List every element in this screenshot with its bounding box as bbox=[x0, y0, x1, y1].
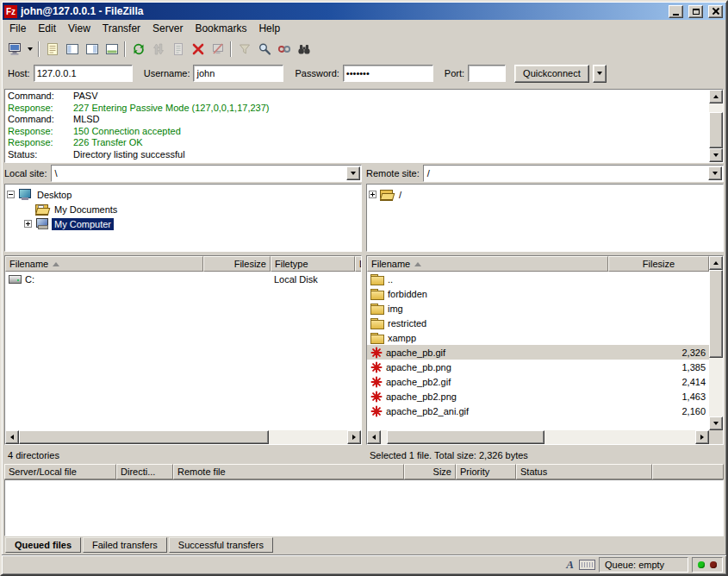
log-line: Response: 226 Transfer OK bbox=[8, 137, 709, 149]
remote-vscrollbar[interactable] bbox=[709, 256, 723, 430]
menu-bookmarks[interactable]: Bookmarks bbox=[189, 21, 252, 36]
toolbar-separator bbox=[124, 41, 126, 57]
synchronized-browsing-button[interactable] bbox=[274, 40, 294, 59]
scroll-track[interactable] bbox=[709, 103, 723, 148]
scroll-right-button[interactable] bbox=[347, 430, 361, 444]
menu-view[interactable]: View bbox=[62, 21, 96, 36]
file-row[interactable]: xampp bbox=[367, 330, 709, 345]
column-direction[interactable]: Directi... bbox=[116, 464, 173, 479]
minimize-button[interactable] bbox=[669, 5, 683, 18]
column-status[interactable]: Status bbox=[516, 464, 652, 479]
filter-button[interactable] bbox=[234, 40, 254, 59]
menu-help[interactable]: Help bbox=[252, 21, 286, 36]
file-row[interactable]: .. bbox=[367, 272, 709, 286]
port-input[interactable] bbox=[468, 65, 506, 82]
column-server-local-file[interactable]: Server/Local file bbox=[4, 464, 116, 479]
local-site-label: Local site: bbox=[4, 168, 47, 178]
column-last-modified[interactable]: L bbox=[355, 256, 361, 272]
file-row[interactable]: C: Local Disk bbox=[5, 272, 361, 286]
local-hscrollbar[interactable] bbox=[5, 430, 361, 444]
scrollbar-thumb[interactable] bbox=[709, 270, 723, 358]
scrollbar-thumb[interactable] bbox=[19, 430, 269, 444]
column-filetype[interactable]: Filetype bbox=[271, 256, 355, 272]
scroll-track[interactable] bbox=[19, 430, 347, 444]
site-manager-dropdown-button[interactable] bbox=[25, 40, 35, 59]
refresh-button[interactable] bbox=[128, 40, 148, 59]
collapse-icon[interactable] bbox=[7, 191, 15, 198]
find-files-button[interactable] bbox=[294, 40, 314, 59]
column-filesize[interactable]: Filesize bbox=[203, 256, 271, 272]
local-site-combobox[interactable]: \ bbox=[51, 165, 362, 182]
username-input[interactable] bbox=[193, 65, 283, 82]
site-manager-button[interactable] bbox=[5, 40, 25, 59]
column-label: Size bbox=[433, 466, 451, 477]
arrow-left-icon bbox=[10, 435, 14, 440]
quickconnect-dropdown-button[interactable] bbox=[593, 65, 607, 83]
input-indicator[interactable] bbox=[579, 558, 595, 572]
local-site-dropdown-button[interactable] bbox=[346, 166, 360, 180]
log-text: 226 Transfer OK bbox=[73, 137, 143, 149]
scroll-left-button[interactable] bbox=[367, 430, 381, 444]
scroll-right-button[interactable] bbox=[695, 430, 709, 444]
titlebar[interactable]: Fz john@127.0.0.1 - FileZilla bbox=[3, 3, 725, 20]
password-input[interactable] bbox=[343, 65, 433, 82]
cancel-button[interactable] bbox=[188, 40, 208, 59]
column-filesize[interactable]: Filesize bbox=[608, 256, 709, 272]
tab-queued-files[interactable]: Queued files bbox=[5, 537, 81, 553]
scroll-up-button[interactable] bbox=[709, 256, 723, 270]
expand-icon[interactable] bbox=[369, 191, 376, 198]
maximize-button[interactable] bbox=[688, 5, 703, 18]
tab-failed-transfers[interactable]: Failed transfers bbox=[83, 537, 167, 553]
preview-queue-button[interactable] bbox=[168, 40, 188, 59]
log-scrollbar[interactable] bbox=[709, 90, 723, 162]
tree-item-my-computer[interactable]: My Computer bbox=[7, 216, 359, 231]
remote-site-label: Remote site: bbox=[366, 168, 420, 178]
file-row[interactable]: apache_pb2.png 1,463 bbox=[367, 389, 709, 404]
menu-server[interactable]: Server bbox=[146, 21, 189, 36]
toggle-local-tree-button[interactable] bbox=[62, 40, 82, 59]
transfer-type-indicator[interactable]: A bbox=[564, 558, 576, 572]
tree-item-my-documents[interactable]: My Documents bbox=[7, 202, 359, 216]
file-row[interactable]: restricted bbox=[367, 316, 709, 330]
remote-hscrollbar[interactable] bbox=[367, 430, 723, 444]
remote-site-combobox[interactable]: / bbox=[423, 165, 724, 182]
file-row[interactable]: forbidden bbox=[367, 286, 709, 301]
menu-edit[interactable]: Edit bbox=[32, 21, 62, 36]
file-row[interactable]: apache_pb2_ani.gif 2,160 bbox=[367, 404, 709, 418]
file-row[interactable]: apache_pb.png 1,385 bbox=[367, 360, 709, 374]
scroll-left-button[interactable] bbox=[5, 430, 19, 444]
directory-comparison-button[interactable] bbox=[254, 40, 274, 59]
tree-item-desktop[interactable]: Desktop bbox=[7, 187, 359, 202]
column-remote-file[interactable]: Remote file bbox=[173, 464, 404, 479]
scroll-down-button[interactable] bbox=[709, 416, 723, 430]
process-queue-button[interactable] bbox=[148, 40, 168, 59]
column-filename[interactable]: Filename bbox=[367, 256, 608, 272]
scroll-down-button[interactable] bbox=[709, 148, 723, 162]
toggle-queue-button[interactable] bbox=[102, 40, 121, 59]
host-input[interactable] bbox=[34, 65, 133, 82]
file-row-selected[interactable]: apache_pb.gif 2,326 bbox=[367, 345, 709, 360]
remote-site-dropdown-button[interactable] bbox=[708, 166, 722, 180]
scrollbar-thumb[interactable] bbox=[709, 112, 723, 148]
close-button[interactable] bbox=[708, 5, 723, 18]
toggle-message-log-button[interactable] bbox=[42, 40, 62, 59]
toggle-remote-tree-button[interactable] bbox=[82, 40, 102, 59]
scroll-track[interactable] bbox=[381, 430, 695, 444]
menu-transfer[interactable]: Transfer bbox=[96, 21, 146, 36]
scroll-track[interactable] bbox=[709, 270, 723, 416]
column-priority[interactable]: Priority bbox=[456, 464, 516, 479]
file-row[interactable]: apache_pb2.gif 2,414 bbox=[367, 374, 709, 389]
tab-successful-transfers[interactable]: Successful transfers bbox=[169, 537, 273, 553]
my-documents-icon bbox=[35, 204, 49, 215]
column-size[interactable]: Size bbox=[404, 464, 456, 479]
disconnect-button[interactable] bbox=[208, 40, 227, 59]
file-row[interactable]: img bbox=[367, 301, 709, 316]
column-filename[interactable]: Filename bbox=[5, 256, 203, 272]
tree-item-root[interactable]: / bbox=[369, 187, 721, 202]
scrollbar-thumb[interactable] bbox=[387, 430, 544, 444]
quickconnect-button[interactable]: Quickconnect bbox=[514, 65, 589, 83]
menu-file[interactable]: File bbox=[3, 21, 32, 36]
scroll-up-button[interactable] bbox=[709, 90, 723, 103]
queue-body bbox=[4, 479, 724, 536]
expand-icon[interactable] bbox=[24, 220, 32, 228]
